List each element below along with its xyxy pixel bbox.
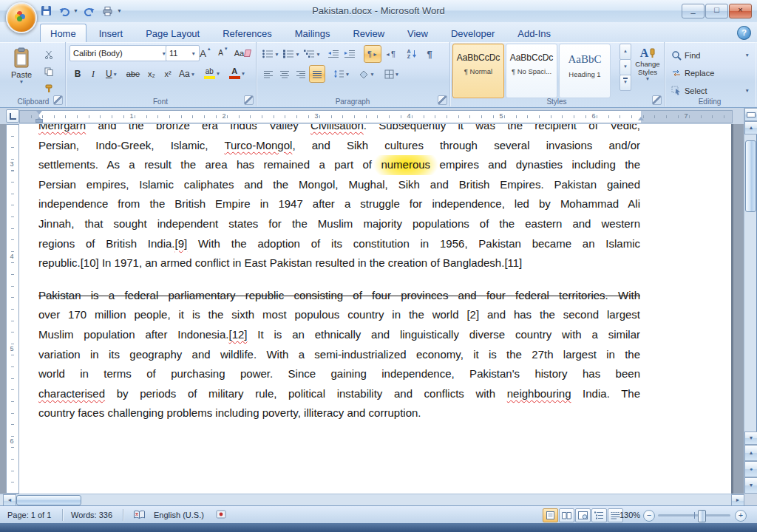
close-button[interactable]: × [729,4,752,18]
font-dialog-launcher[interactable] [244,95,254,105]
align-center-button[interactable] [276,65,293,83]
paragraph-dialog-launcher[interactable] [438,95,447,105]
vertical-scrollbar[interactable]: ▲ ▼ ▲ ● ▼ [744,108,756,494]
underline-button[interactable]: U▼ [101,65,123,83]
save-button[interactable] [38,4,53,18]
page-indicator[interactable]: Page: 1 of 1 [4,506,54,524]
help-icon[interactable]: ? [737,26,751,40]
clipboard-dialog-launcher[interactable] [53,95,63,105]
tab-view[interactable]: View [397,24,438,42]
tab-home[interactable]: Home [40,24,86,42]
proofing-status-icon[interactable] [133,510,146,519]
justify-button[interactable] [309,65,325,83]
select-button[interactable]: Select ▼ [668,82,753,99]
undo-button[interactable] [57,4,72,18]
ruler-toggle-button[interactable] [744,108,757,121]
style-normal[interactable]: AaBbCcDc¶ Normal [452,44,504,98]
tab-page-layout[interactable]: Page Layout [135,24,210,42]
tab-insert[interactable]: Insert [89,24,134,42]
outline-view-button[interactable] [591,508,607,522]
grow-font-button[interactable]: A▲ [197,44,214,62]
align-right-button[interactable] [293,65,309,83]
zoom-in-button[interactable]: + [735,510,747,522]
font-name-combo[interactable]: Calibri (Body) ▼ [69,45,170,61]
next-page-button[interactable]: ▼ [744,477,757,494]
tab-review[interactable]: Review [342,24,395,42]
font-color-button[interactable]: A ▼ [225,64,250,82]
line-spacing-button[interactable]: ▼ [330,65,353,83]
zoom-out-button[interactable]: − [643,510,655,522]
select-browse-object-button[interactable]: ● [744,461,757,477]
redo-button[interactable] [82,4,97,18]
find-button[interactable]: Find ▼ [668,47,753,64]
minimize-button[interactable]: _ [682,4,705,18]
increase-indent-button[interactable] [342,45,358,63]
decrease-indent-button[interactable] [325,45,342,63]
shading-button[interactable]: ▼ [355,65,378,83]
right-to-left-direction-button[interactable]: ◄¶ [381,45,399,63]
word-count[interactable]: Words: 336 [68,506,115,524]
zoom-level[interactable]: 130% [617,506,643,524]
numbering-button[interactable]: ▼ [281,45,302,63]
web-layout-view-button[interactable] [575,508,591,522]
left-indent-marker[interactable] [35,119,43,123]
maximize-button[interactable]: □ [705,4,728,18]
zoom-slider-thumb[interactable] [698,510,706,522]
text-run: With the adoption of its constitution in… [187,237,640,250]
styles-dialog-launcher[interactable] [652,95,662,105]
full-screen-reading-view-button[interactable] [559,508,574,522]
superscript-button[interactable]: x² [160,65,176,83]
tab-references[interactable]: References [212,24,282,42]
multilevel-list-button[interactable]: ▼ [302,45,322,63]
borders-button[interactable]: ▼ [380,65,404,83]
tab-mailings[interactable]: Mailings [285,24,341,42]
gallery-more-button[interactable]: ▼ [619,75,631,91]
macro-record-icon[interactable] [216,510,226,519]
text-highlight-button[interactable]: ab ▼ [200,64,225,82]
font-size-combo[interactable]: 11 ▼ [166,45,200,61]
office-button[interactable] [6,2,37,33]
first-line-indent-marker[interactable] [36,111,42,115]
gallery-scroll-down-button[interactable]: ▼ [619,59,631,75]
language-indicator[interactable]: English (U.S.) [151,506,207,524]
copy-button[interactable] [38,63,59,81]
bold-button[interactable]: B [69,65,86,83]
horizontal-scrollbar[interactable]: ◄ ► [0,494,744,506]
document-page[interactable]: Mehrgarh and the bronze era Indus Valley… [19,124,731,494]
zoom-slider[interactable] [658,514,730,516]
vertical-scroll-thumb[interactable] [745,140,756,212]
print-layout-view-button[interactable] [543,508,558,522]
strikethrough-button[interactable]: abe [123,65,143,83]
style-no-spaci[interactable]: AaBbCcDc¶ No Spaci... [506,44,557,98]
sort-button[interactable]: AZ [402,45,421,63]
paste-button[interactable]: Paste ▼ [5,44,38,103]
style-heading-1[interactable]: AaBbCHeading 1 [559,44,611,98]
shrink-font-button[interactable]: A▼ [214,44,232,62]
horizontal-scroll-thumb[interactable] [16,495,81,505]
subscript-button[interactable]: x₂ [143,65,160,83]
italic-button[interactable]: I [86,65,101,83]
align-left-button[interactable] [260,65,276,83]
undo-dropdown-icon[interactable]: ▼ [73,8,78,13]
scroll-up-button[interactable]: ▲ [744,121,757,134]
gallery-scroll-up-button[interactable]: ▲ [619,44,631,60]
clear-formatting-button[interactable]: Aa [232,44,253,62]
change-case-button[interactable]: Aa▼ [176,65,198,83]
bullets-button[interactable]: ▼ [260,45,281,63]
right-indent-marker[interactable] [638,117,644,120]
text-line: independence from the British Empire in … [38,194,640,214]
customize-qat-icon[interactable]: ▼ [117,8,122,13]
scroll-down-button[interactable]: ▼ [744,432,757,445]
show-hide-pilcrow-button[interactable]: ¶ [421,45,438,63]
replace-button[interactable]: Replace [668,64,753,81]
left-to-right-direction-button[interactable]: ¶► [364,45,381,63]
tab-add-ins[interactable]: Add-Ins [507,24,561,42]
cut-button[interactable] [38,46,59,64]
tab-developer[interactable]: Developer [441,24,505,42]
change-styles-button[interactable]: A Change Styles ▼ [633,44,662,100]
horizontal-ruler[interactable]: 1234567 [19,110,733,123]
quick-print-button[interactable] [101,4,115,18]
tab-selector[interactable] [6,109,19,123]
previous-page-button[interactable]: ▲ [744,445,757,461]
vertical-ruler[interactable]: 3456 [6,124,19,494]
